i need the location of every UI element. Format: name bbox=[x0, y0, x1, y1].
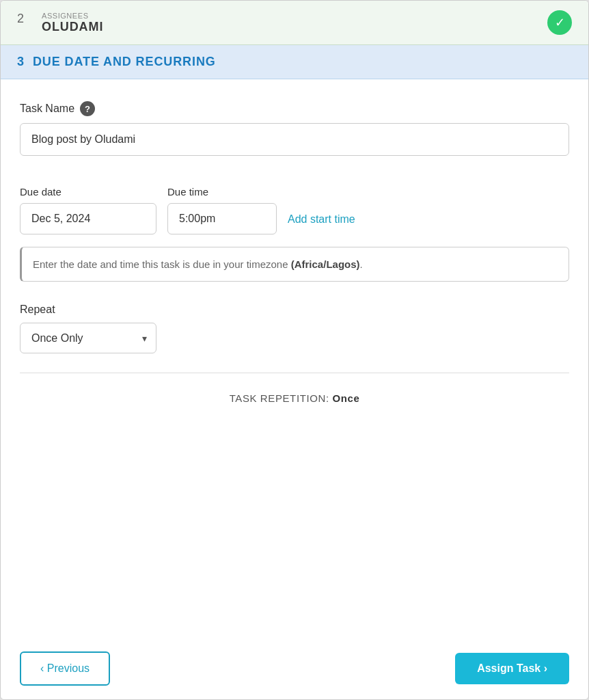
step-2-label: ASSIGNEES bbox=[42, 12, 103, 20]
task-name-input[interactable] bbox=[20, 123, 569, 156]
date-time-row: Due date Due time Add start time bbox=[20, 186, 569, 234]
previous-button[interactable]: ‹ Previous bbox=[20, 651, 110, 686]
assign-task-label: Assign Task › bbox=[477, 662, 547, 675]
step-3-title-text: DUE DATE AND RECURRING bbox=[33, 55, 216, 69]
task-repetition-value: Once bbox=[332, 392, 359, 404]
step-2-value: OLUDAMI bbox=[42, 20, 103, 34]
due-date-label: Due date bbox=[20, 186, 156, 198]
repeat-section: Repeat Once Only Daily Weekly Monthly Ye… bbox=[20, 304, 569, 353]
step-2-number: 2 bbox=[17, 12, 33, 26]
due-time-input[interactable] bbox=[167, 203, 277, 234]
step-2-info: ASSIGNEES OLUDAMI bbox=[42, 12, 103, 34]
add-start-time-button[interactable]: Add start time bbox=[288, 213, 355, 234]
step-3-number: 3 bbox=[17, 55, 25, 69]
step-3-title: 3 DUE DATE AND RECURRING bbox=[17, 55, 572, 69]
due-date-field: Due date bbox=[20, 186, 156, 234]
task-name-label: Task Name ? bbox=[20, 101, 569, 116]
footer: ‹ Previous Assign Task › bbox=[1, 638, 588, 699]
previous-button-label: ‹ Previous bbox=[40, 662, 90, 675]
repeat-label: Repeat bbox=[20, 304, 569, 316]
main-card: 2 ASSIGNEES OLUDAMI ✓ 3 DUE DATE AND REC… bbox=[0, 0, 589, 700]
task-name-help-icon[interactable]: ? bbox=[80, 101, 95, 116]
main-content: Task Name ? Due date Due time Add start … bbox=[1, 79, 588, 638]
info-box-text: Enter the date and time this task is due… bbox=[33, 258, 363, 270]
task-repetition-label: TASK REPETITION: bbox=[230, 392, 329, 404]
divider bbox=[20, 373, 569, 373]
repeat-select-wrap: Once Only Daily Weekly Monthly Yearly ▾ bbox=[20, 323, 156, 353]
assign-task-button[interactable]: Assign Task › bbox=[455, 653, 569, 684]
step-2-check-icon: ✓ bbox=[547, 10, 572, 35]
step-2-left: 2 ASSIGNEES OLUDAMI bbox=[17, 12, 103, 34]
repeat-select[interactable]: Once Only Daily Weekly Monthly Yearly bbox=[20, 323, 156, 353]
task-repetition-info: TASK REPETITION: Once bbox=[20, 392, 569, 404]
info-box: Enter the date and time this task is due… bbox=[20, 247, 569, 282]
due-time-field: Due time bbox=[167, 186, 277, 234]
date-time-section: Due date Due time Add start time bbox=[20, 178, 569, 234]
task-name-section: Task Name ? bbox=[20, 101, 569, 156]
due-date-input[interactable] bbox=[20, 203, 156, 234]
step-3-header: 3 DUE DATE AND RECURRING bbox=[1, 45, 588, 79]
step-2-header: 2 ASSIGNEES OLUDAMI ✓ bbox=[1, 1, 588, 45]
due-time-label: Due time bbox=[167, 186, 277, 198]
